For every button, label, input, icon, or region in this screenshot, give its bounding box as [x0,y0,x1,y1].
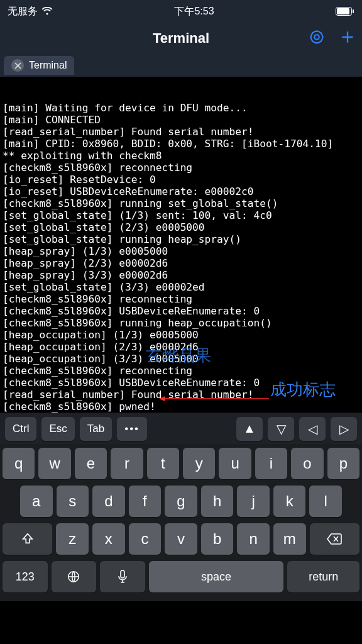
key-y[interactable]: y [183,448,215,479]
terminal-line: ** exploiting with checkm8 [3,150,359,162]
key-e[interactable]: e [75,448,107,479]
nav-bar: Terminal [0,23,362,54]
keyboard-accessory-bar: Ctrl Esc Tab ••• ▲ ▽ ◁ ▷ [0,413,362,444]
key-i[interactable]: i [255,448,287,479]
key-u[interactable]: u [219,448,251,479]
arrow-right-key[interactable]: ▷ [331,417,357,441]
shift-key[interactable] [3,523,52,555]
terminal-line: [read_serial_number] Found serial number… [3,389,359,401]
terminal-line: [heap_occupation] (1/3) e0005000 [3,329,359,341]
terminal-line: [heap_spray] (1/3) e0005000 [3,245,359,257]
terminal-line: [io_reset] USBDeviceReEnumerate: e00002c… [3,186,359,197]
gear-icon[interactable] [308,28,326,48]
terminal-line: [checkm8_s5l8960x] pwned! [3,401,359,413]
terminal-line: [checkm8_s5l8960x] reconnecting [3,365,359,377]
key-d[interactable]: d [92,486,125,517]
globe-key[interactable] [52,561,97,592]
carrier-text: 无服务 [8,5,38,18]
tab-key[interactable]: Tab [80,417,112,441]
terminal-line: [heap_spray] (3/3) e00002d6 [3,269,359,281]
terminal-line: [set_global_state] (1/3) sent: 100, val:… [3,209,359,221]
key-k[interactable]: k [273,486,306,517]
terminal-line: [checkm8_s5l8960x] USBDeviceReEnumerate:… [3,377,359,389]
keyboard: qwertyuiop asdfghjkl zxcvbnm 123 space r… [0,444,362,601]
terminal-line: [checkm8_s5l8960x] reconnecting [3,293,359,305]
key-o[interactable]: o [291,448,323,479]
arrow-down-key[interactable]: ▽ [268,417,294,441]
terminal-line: [set_global_state] running heap_spray() [3,233,359,245]
terminal-line: [main] CPID: 0x8960, BDID: 0x00, STRG: [… [3,138,359,150]
terminal-line: [main] CONNECTED [3,114,359,126]
tab-bar: Terminal [0,54,362,77]
terminal-line: [main] Waiting for device in DFU mode... [3,102,359,114]
terminal-line: [checkm8_s5l8960x] USBDeviceReEnumerate:… [3,305,359,317]
key-s[interactable]: s [57,486,89,517]
terminal-output[interactable]: [main] Waiting for device in DFU mode...… [0,77,362,413]
page-title: Terminal [153,30,209,47]
key-p[interactable]: p [327,448,359,479]
key-j[interactable]: j [237,486,270,517]
terminal-line: [read_serial_number] Found serial number… [3,126,359,138]
terminal-line: [checkm8_s5l8960x] running heap_occupati… [3,317,359,329]
key-t[interactable]: t [147,448,179,479]
space-key[interactable]: space [149,561,284,592]
status-right [336,7,354,16]
close-icon[interactable] [11,59,24,72]
svg-rect-1 [337,8,349,14]
terminal-line: [checkm8_s5l8960x] running set_global_st… [3,197,359,209]
tab-terminal[interactable]: Terminal [4,56,74,75]
key-f[interactable]: f [129,486,162,517]
status-left: 无服务 [8,5,53,18]
key-b[interactable]: b [201,523,234,555]
key-l[interactable]: l [309,486,342,517]
key-v[interactable]: v [165,523,197,555]
numbers-key[interactable]: 123 [3,561,48,592]
svg-point-3 [311,31,323,43]
arrow-up-key[interactable]: ▲ [236,417,263,441]
esc-key[interactable]: Esc [41,417,74,441]
key-a[interactable]: a [20,486,53,517]
terminal-line: [heap_spray] (2/3) e00002d6 [3,257,359,269]
key-x[interactable]: x [92,523,125,555]
more-keys-button[interactable]: ••• [117,417,147,441]
status-bar: 无服务 下午5:53 [0,0,362,23]
mic-key[interactable] [100,561,145,592]
key-g[interactable]: g [165,486,197,517]
backspace-key[interactable] [310,523,359,555]
terminal-line: [heap_occupation] (3/3) e0005000 [3,353,359,365]
terminal-line: [heap_occupation] (2/3) e00002d6 [3,341,359,353]
plus-icon[interactable] [339,29,356,48]
wifi-icon [41,7,53,16]
ctrl-key[interactable]: Ctrl [5,417,36,441]
svg-rect-2 [353,9,354,13]
terminal-line: [checkm8_s5l8960x] reconnecting [3,162,359,174]
terminal-line: [set_global_state] (3/3) e00002ed [3,281,359,293]
tab-label: Terminal [29,60,67,71]
key-h[interactable]: h [201,486,234,517]
key-q[interactable]: q [3,448,35,479]
status-time: 下午5:53 [174,5,214,18]
key-r[interactable]: r [111,448,143,479]
key-z[interactable]: z [56,523,89,555]
terminal-line: [io_reset] ResetDevice: 0 [3,174,359,186]
svg-point-4 [314,35,319,39]
key-c[interactable]: c [129,523,162,555]
terminal-line: [set_global_state] (2/3) e0005000 [3,221,359,233]
key-w[interactable]: w [38,448,70,479]
key-m[interactable]: m [273,523,306,555]
return-key[interactable]: return [287,561,359,592]
arrow-left-key[interactable]: ◁ [299,417,326,441]
svg-rect-8 [121,570,124,578]
battery-icon [336,7,354,16]
key-n[interactable]: n [237,523,270,555]
